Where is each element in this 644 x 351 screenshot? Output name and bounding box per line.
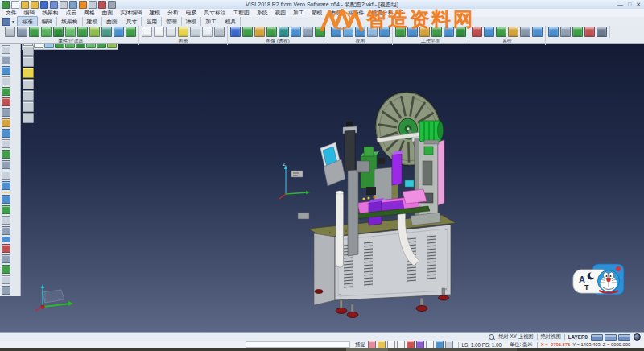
ribbon-icon[interactable] <box>484 27 494 37</box>
machine-3d-model[interactable]: Z <box>0 0 644 351</box>
ribbon-icon[interactable] <box>395 27 406 37</box>
ribbon-icon[interactable] <box>315 27 325 37</box>
left-tool-icon[interactable] <box>2 76 10 85</box>
ribbon-icon[interactable] <box>190 27 200 37</box>
ribbon-icon[interactable] <box>407 27 418 37</box>
ribbon-icon[interactable] <box>343 27 353 37</box>
toolbar-tab[interactable]: 尺寸 <box>122 17 142 26</box>
view-mode-status[interactable]: 绝对 XY 上视图 <box>498 333 533 341</box>
toolbar-tab[interactable]: 应用 <box>142 17 162 26</box>
ribbon-icon[interactable] <box>548 27 559 37</box>
ribbon-icon[interactable] <box>597 27 607 37</box>
ribbon-icon[interactable] <box>101 27 112 37</box>
ribbon-icon[interactable] <box>214 27 225 37</box>
toolbar-tab[interactable]: 管理 <box>162 17 182 26</box>
menu-item[interactable]: ? <box>397 9 407 17</box>
left-tool-icon[interactable] <box>2 286 10 295</box>
chevron-down-icon[interactable]: ▾ <box>12 19 14 24</box>
ribbon-icon[interactable] <box>242 27 253 37</box>
active-layer[interactable]: LAYER0 <box>568 334 588 340</box>
ribbon-icon[interactable] <box>303 27 313 37</box>
ribbon-icon[interactable] <box>254 27 265 37</box>
left-tool-icon[interactable] <box>2 97 10 106</box>
menu-item[interactable]: 塑模 <box>308 9 326 17</box>
left-tool-icon[interactable] <box>2 171 10 180</box>
ribbon-icon[interactable] <box>508 27 518 37</box>
ribbon-icon[interactable] <box>202 27 213 37</box>
layer-color-chip[interactable] <box>605 334 617 341</box>
ribbon-icon[interactable] <box>65 27 76 37</box>
globe-icon[interactable] <box>634 333 641 341</box>
ribbon-icon[interactable] <box>178 27 188 37</box>
left-tool-icon[interactable] <box>2 45 10 54</box>
left-tool-icon[interactable] <box>2 205 10 214</box>
menu-item[interactable]: 视图 <box>272 9 290 17</box>
left-tool-icon[interactable] <box>2 265 10 274</box>
left-tool-icon[interactable] <box>2 108 10 117</box>
ribbon-icon[interactable] <box>367 27 378 37</box>
left-tool-icon[interactable] <box>2 216 10 225</box>
left-tool-icon[interactable] <box>2 275 10 284</box>
grid-icon[interactable] <box>2 18 10 26</box>
ribbon-icon[interactable] <box>5 27 15 37</box>
toolbar-tab[interactable]: 编辑 <box>38 17 58 26</box>
toolbar-tab[interactable]: 线架构 <box>57 17 82 26</box>
ribbon-icon[interactable] <box>77 27 88 37</box>
toolbar-tab[interactable]: 加工 <box>201 17 221 26</box>
toolbar-tab[interactable]: 曲面 <box>102 17 122 26</box>
toolbar-tab[interactable]: 冲模 <box>182 17 202 26</box>
ribbon-icon[interactable] <box>532 27 543 37</box>
ribbon-icon[interactable] <box>126 27 136 37</box>
ribbon-icon[interactable] <box>431 27 442 37</box>
view-mode-button[interactable] <box>23 90 34 101</box>
view-mode-button[interactable] <box>23 113 34 123</box>
ribbon-icon[interactable] <box>142 27 152 37</box>
view-mode-button[interactable] <box>23 68 34 78</box>
view-mode-button[interactable] <box>23 79 34 89</box>
left-tool-icon[interactable] <box>2 244 10 253</box>
ribbon-icon[interactable] <box>53 27 64 37</box>
ribbon-icon[interactable] <box>291 27 301 37</box>
menu-item[interactable]: 加工 <box>290 9 308 17</box>
layer-color-chip[interactable] <box>591 334 603 341</box>
ribbon-icon[interactable] <box>29 27 39 37</box>
menu-item[interactable]: 模流分析 <box>368 9 396 17</box>
toolbar-tab[interactable]: 建模 <box>83 17 103 26</box>
ribbon-icon[interactable] <box>456 27 466 37</box>
minimize-button[interactable]: — <box>617 2 623 8</box>
left-tool-icon[interactable] <box>2 150 10 159</box>
left-tool-icon[interactable] <box>2 66 10 75</box>
ribbon-icon[interactable] <box>472 27 482 37</box>
left-tool-icon[interactable] <box>2 181 10 190</box>
viewport-canvas[interactable]: Z <box>0 43 644 332</box>
ribbon-icon[interactable] <box>584 27 595 37</box>
left-tool-icon[interactable] <box>2 129 10 138</box>
ribbon-icon[interactable] <box>520 27 530 37</box>
left-tool-icon[interactable] <box>2 139 10 148</box>
toolbar-tab[interactable]: 模具 <box>221 17 242 26</box>
ribbon-icon[interactable] <box>114 27 124 37</box>
ribbon-icon[interactable] <box>560 27 571 37</box>
menu-item[interactable]: 系统 <box>254 9 271 17</box>
layer-color-chip[interactable] <box>618 334 630 341</box>
ribbon-icon[interactable] <box>41 27 52 37</box>
ribbon-icon[interactable] <box>379 27 390 37</box>
view-mode-button[interactable] <box>23 101 34 112</box>
command-input[interactable] <box>246 341 350 348</box>
ribbon-icon[interactable] <box>166 27 176 37</box>
ribbon-icon[interactable] <box>355 27 365 37</box>
left-tool-icon[interactable] <box>2 254 10 263</box>
view-mode-button[interactable] <box>23 45 34 56</box>
ribbon-icon[interactable] <box>496 27 506 37</box>
left-tool-icon[interactable] <box>2 56 10 64</box>
left-tool-icon[interactable] <box>2 160 10 169</box>
left-tool-icon[interactable] <box>2 118 10 127</box>
ribbon-icon[interactable] <box>230 27 241 37</box>
ribbon-icon[interactable] <box>444 27 454 37</box>
left-tool-icon[interactable] <box>2 195 10 204</box>
close-button[interactable]: ✕ <box>636 2 641 8</box>
ribbon-icon[interactable] <box>331 27 341 37</box>
view-mode-button[interactable] <box>23 56 34 67</box>
desktop-widget[interactable]: A T <box>572 262 626 299</box>
ribbon-icon[interactable] <box>419 27 430 37</box>
